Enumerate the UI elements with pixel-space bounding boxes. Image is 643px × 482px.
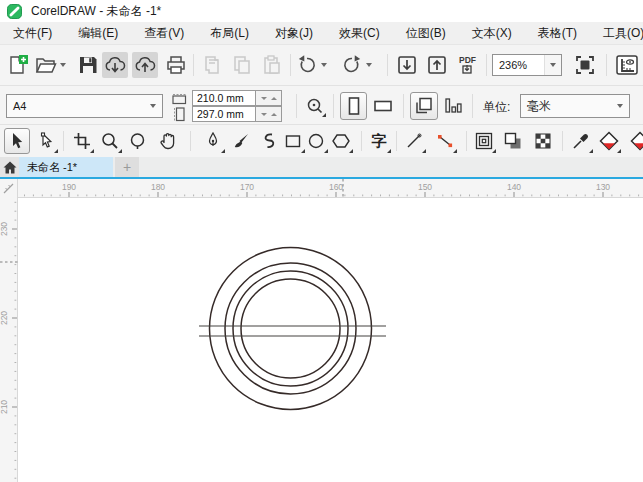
open-dropdown[interactable]	[57, 53, 69, 77]
page-height-spinner[interactable]	[256, 106, 282, 122]
pan-tool[interactable]	[155, 128, 181, 154]
paste-button[interactable]	[260, 53, 284, 77]
menu-text[interactable]: 文本(X)	[459, 22, 525, 45]
units-dropdown[interactable]	[617, 104, 623, 108]
smart-fill-tool[interactable]	[627, 128, 643, 154]
units-label: 单位:	[483, 99, 510, 116]
undo-dropdown[interactable]	[318, 53, 330, 77]
new-tab-button[interactable]: +	[115, 157, 139, 177]
shape-tool[interactable]	[33, 128, 59, 154]
save-button[interactable]	[76, 53, 100, 77]
page-dimensions-current-button[interactable]	[441, 94, 465, 118]
svg-text:130: 130	[596, 182, 610, 192]
page-size-value: A4	[7, 100, 150, 112]
new-document-button[interactable]	[6, 53, 30, 77]
bspline-tool[interactable]	[255, 128, 281, 154]
cut-button[interactable]	[200, 53, 224, 77]
svg-text:150: 150	[418, 182, 432, 192]
drawn-circle[interactable]	[210, 248, 372, 410]
zoom-level-value: 236%	[493, 59, 544, 71]
drawn-circle[interactable]	[233, 271, 348, 386]
home-icon	[3, 161, 17, 174]
menu-bar: 文件(F) 编辑(E) 查看(V) 布局(L) 对象(J) 效果(C) 位图(B…	[0, 22, 643, 44]
drop-shadow-tool[interactable]	[500, 128, 526, 154]
landscape-button[interactable]	[369, 92, 396, 120]
menu-effects[interactable]: 效果(C)	[326, 22, 393, 45]
welcome-tab[interactable]	[0, 157, 19, 177]
ellipse-tool[interactable]	[303, 128, 329, 154]
cloud-save-button[interactable]	[102, 52, 128, 78]
document-tab-active[interactable]: 未命名 -1*	[19, 157, 113, 177]
drawn-circle[interactable]	[241, 279, 340, 378]
vertical-ruler[interactable]: 230220210	[0, 198, 18, 482]
page-dimensions-all-button[interactable]	[410, 92, 438, 120]
document-tab-label: 未命名 -1*	[27, 160, 77, 175]
page-size-combo[interactable]: A4	[6, 94, 163, 118]
drawn-circle[interactable]	[225, 263, 356, 394]
autofit-page-button[interactable]	[303, 94, 327, 118]
import-button[interactable]	[395, 53, 419, 77]
drawing-canvas[interactable]	[19, 198, 643, 482]
window-title: CorelDRAW - 未命名 -1*	[31, 3, 161, 20]
undo-button[interactable]	[295, 53, 319, 77]
publish-to-pdf-button[interactable]: PDF	[455, 53, 479, 77]
page-height-value: 297.0 mm	[197, 108, 244, 120]
page-width-spinner[interactable]	[256, 90, 282, 106]
fullscreen-preview-button[interactable]	[573, 53, 597, 77]
redo-dropdown[interactable]	[363, 53, 375, 77]
svg-text:160: 160	[329, 182, 343, 192]
menu-layout[interactable]: 布局(L)	[197, 22, 262, 45]
menu-edit[interactable]: 编辑(E)	[65, 22, 131, 45]
show-rulers-button[interactable]	[614, 52, 640, 78]
svg-text:220: 220	[0, 311, 9, 325]
print-button[interactable]	[164, 53, 188, 77]
ruler-row: 190180170160150140130	[0, 179, 643, 198]
text-tool[interactable]: 字	[366, 128, 392, 154]
document-tab-bar: 未命名 -1* +	[0, 157, 643, 179]
export-button[interactable]	[425, 53, 449, 77]
horizontal-ruler[interactable]: 190180170160150140130	[18, 179, 643, 198]
zoom-level-dropdown[interactable]	[544, 55, 561, 75]
brush-tool[interactable]	[228, 128, 254, 154]
ruler-origin-corner[interactable]	[0, 179, 18, 198]
redo-button[interactable]	[340, 53, 364, 77]
polygon-tool[interactable]	[328, 128, 354, 154]
pick-tool[interactable]	[4, 128, 30, 154]
coreldraw-logo-icon	[7, 4, 22, 19]
page-width-icon	[172, 94, 187, 105]
zoom-tool-secondary[interactable]	[125, 128, 151, 154]
title-bar: CorelDRAW - 未命名 -1*	[0, 0, 643, 22]
portrait-button[interactable]	[340, 92, 367, 120]
open-button[interactable]	[34, 53, 58, 77]
text-tool-glyph: 字	[372, 132, 387, 151]
page-width-value: 210.0 mm	[197, 92, 244, 104]
menu-file[interactable]: 文件(F)	[0, 22, 65, 45]
transparency-tool[interactable]	[530, 128, 556, 154]
page-height-field[interactable]: 297.0 mm	[192, 106, 256, 122]
menu-table[interactable]: 表格(T)	[525, 22, 590, 45]
svg-text:210: 210	[0, 400, 9, 414]
units-combo[interactable]: 毫米	[520, 94, 630, 118]
interactive-fill-tool[interactable]	[596, 128, 622, 154]
zoom-tool[interactable]	[97, 128, 123, 154]
pen-tool[interactable]	[200, 128, 226, 154]
page-size-dropdown[interactable]	[150, 104, 156, 108]
svg-text:230: 230	[0, 222, 9, 236]
page-width-field[interactable]: 210.0 mm	[192, 90, 256, 106]
copy-button[interactable]	[230, 53, 254, 77]
menu-tools[interactable]: 工具(O)	[590, 22, 643, 45]
crop-tool[interactable]	[69, 128, 95, 154]
zoom-level-combo[interactable]: 236%	[492, 54, 562, 76]
cloud-open-button[interactable]	[132, 52, 158, 78]
dimension-tool[interactable]	[401, 128, 427, 154]
contour-tool[interactable]	[471, 128, 497, 154]
svg-text:190: 190	[62, 182, 76, 192]
menu-object[interactable]: 对象(J)	[262, 22, 326, 45]
menu-bitmaps[interactable]: 位图(B)	[393, 22, 459, 45]
eyedropper-tool[interactable]	[568, 128, 594, 154]
svg-text:170: 170	[240, 182, 254, 192]
connector-tool[interactable]	[432, 128, 458, 154]
menu-view[interactable]: 查看(V)	[131, 22, 197, 45]
svg-text:180: 180	[151, 182, 165, 192]
units-value: 毫米	[521, 98, 617, 115]
